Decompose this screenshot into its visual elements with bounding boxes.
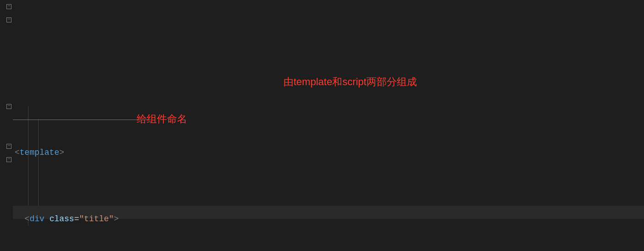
fold-icon[interactable]: − bbox=[6, 157, 11, 162]
annotation-text: 由template和script两部分组成 bbox=[283, 75, 417, 88]
fold-icon[interactable]: − bbox=[6, 104, 11, 109]
fold-icon[interactable]: − bbox=[6, 144, 11, 149]
fold-icon[interactable]: − bbox=[6, 4, 11, 9]
annotation-line bbox=[13, 120, 150, 120]
code-line: <template> bbox=[15, 146, 644, 159]
code-area[interactable]: <template> <div class="title"> <div><h3>… bbox=[13, 0, 644, 251]
gutter: − − − − − bbox=[0, 0, 13, 251]
annotation-text: 给组件命名 bbox=[137, 112, 187, 126]
fold-icon[interactable]: − bbox=[6, 17, 11, 22]
code-editor[interactable]: − − − − − <template> <div class="title">… bbox=[0, 0, 644, 251]
code-line: <div class="title"> bbox=[15, 213, 644, 226]
